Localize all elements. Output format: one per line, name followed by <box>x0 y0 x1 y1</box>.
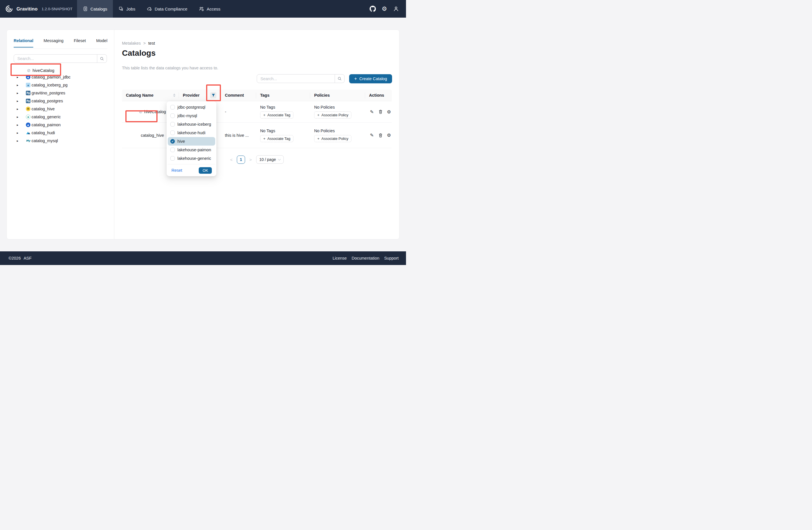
checkbox-checked[interactable]: ✓ <box>170 139 175 144</box>
user-icon[interactable] <box>393 6 399 12</box>
expand-caret-icon[interactable]: ▸ <box>17 131 20 135</box>
main-card: Relational Messaging Fileset Model Searc… <box>6 30 400 240</box>
breadcrumb-current[interactable]: test <box>148 41 155 45</box>
paimon-icon: ▶ <box>26 123 30 127</box>
page-size-select[interactable]: 10 / page <box>256 155 284 164</box>
page-footer: ©2026 ASF License Documentation Support <box>0 252 406 265</box>
settings-gear-icon[interactable]: ⚙ <box>387 133 392 138</box>
expand-caret-icon[interactable]: ▸ <box>17 115 20 119</box>
tree-item-gravitino-postgres[interactable]: ▸ Pg gravitino_postgres <box>7 89 114 97</box>
sidebar-tabs: Relational Messaging Fileset Model <box>14 38 107 47</box>
column-catalog-name: Catalog Name <box>122 89 179 101</box>
tree-item-catalog-iceberg-pg[interactable]: ▸ ▲ catalog_iceberg_pg <box>7 81 114 89</box>
expand-caret-icon[interactable]: ▸ <box>17 75 20 79</box>
checkbox-unchecked[interactable] <box>170 105 175 110</box>
footer-link-documentation[interactable]: Documentation <box>352 256 379 260</box>
postgres-icon: Pg <box>26 91 30 95</box>
gravitino-logo-icon <box>5 5 13 13</box>
pagination: < 1 > 10 / page <box>122 155 392 164</box>
comment-cell: - <box>221 101 256 122</box>
tree-item-label: catalog_mysql <box>31 139 58 143</box>
tags-cell: No Tags + Associate Tag <box>256 123 310 148</box>
catalog-sidebar: Relational Messaging Fileset Model Searc… <box>7 30 114 239</box>
tree-item-catalog-hudi[interactable]: ▸ catalog_hudi <box>7 129 114 137</box>
checkbox-unchecked[interactable] <box>170 113 175 118</box>
nav-tab-label: Data Compliance <box>155 6 187 11</box>
expand-caret-icon[interactable]: ▸ <box>17 91 20 95</box>
checkbox-unchecked[interactable] <box>170 122 175 127</box>
settings-gear-icon[interactable]: ⚙ <box>381 6 388 12</box>
filter-reset-button[interactable]: Reset <box>171 168 182 173</box>
tab-fileset[interactable]: Fileset <box>74 38 86 47</box>
tree-item-catalog-paimon[interactable]: ▸ ▶ catalog_paimon <box>7 121 114 129</box>
column-actions: Actions <box>365 89 392 101</box>
brand-home-link[interactable]: Gravitino 1.2.0-SNAPSHOT <box>0 5 72 13</box>
tree-item-catalog-mysql[interactable]: ▸ My catalog_mysql <box>7 137 114 145</box>
create-catalog-button[interactable]: + Create Catalog <box>349 74 392 83</box>
breadcrumb-metalakes[interactable]: Metalakes <box>122 41 141 45</box>
tree-item-catalog-hive[interactable]: ▸ H catalog_hive <box>7 105 114 113</box>
settings-gear-icon[interactable]: ⚙ <box>387 110 392 114</box>
filter-option-lakehouse-iceberg[interactable]: lakehouse-iceberg <box>168 120 215 129</box>
checkbox-unchecked[interactable] <box>170 130 175 135</box>
edit-pencil-icon[interactable]: ✎ <box>369 133 375 138</box>
associate-tag-button[interactable]: + Associate Tag <box>260 112 293 118</box>
nav-tab-access[interactable]: Access <box>193 0 226 18</box>
plus-icon: + <box>317 137 320 141</box>
tree-item-label: catalog_iceberg_pg <box>31 83 68 87</box>
nav-tab-jobs[interactable]: Jobs <box>113 0 141 18</box>
prev-page-icon[interactable]: < <box>230 157 233 162</box>
nav-tab-catalogs[interactable]: Catalogs <box>77 0 113 18</box>
expand-caret-icon[interactable]: ▸ <box>17 123 20 127</box>
jobs-icon <box>119 6 124 11</box>
checkbox-unchecked[interactable] <box>170 156 175 161</box>
sidebar-search: Search... <box>14 54 107 63</box>
nav-tabs: Catalogs Jobs <box>77 0 226 18</box>
filter-option-lakehouse-generic[interactable]: lakehouse-generic <box>168 154 215 163</box>
nav-tab-data-compliance[interactable]: Data Compliance <box>141 0 193 18</box>
brand-name: Gravitino <box>16 6 38 12</box>
sidebar-search-button[interactable] <box>97 55 106 62</box>
provider-filter-icon[interactable] <box>210 92 216 98</box>
filter-option-lakehouse-hudi[interactable]: lakehouse-hudi <box>168 129 215 137</box>
footer-link-license[interactable]: License <box>333 256 347 260</box>
expand-caret-icon[interactable]: ▸ <box>17 139 20 143</box>
page-number[interactable]: 1 <box>237 156 245 164</box>
catalog-name: hiveCatalog <box>144 110 166 114</box>
copyright-year: ©2026 <box>9 256 21 260</box>
tab-messaging[interactable]: Messaging <box>44 38 63 47</box>
tab-model[interactable]: Model <box>96 38 107 47</box>
tree-item-catalog-paimon-jdbc[interactable]: ▸ ▶ catalog_paimon_jdbc <box>7 73 114 81</box>
filter-option-hive[interactable]: ✓ hive <box>168 137 215 146</box>
filter-option-lakehouse-paimon[interactable]: lakehouse-paimon <box>168 146 215 154</box>
column-comment: Comment <box>221 89 256 101</box>
filter-ok-button[interactable]: OK <box>199 167 212 174</box>
actions-cell: ✎ ⚙ <box>365 123 392 148</box>
github-icon[interactable] <box>369 6 376 12</box>
edit-pencil-icon[interactable]: ✎ <box>369 110 375 114</box>
associate-policy-button[interactable]: + Associate Policy <box>314 112 351 118</box>
delete-trash-icon[interactable] <box>378 110 383 114</box>
expand-caret-icon[interactable]: ▸ <box>17 99 20 103</box>
delete-trash-icon[interactable] <box>378 133 383 138</box>
expand-caret-icon[interactable]: ▸ <box>17 83 20 87</box>
tree-item-catalog-generic[interactable]: ▸ ◆ catalog_generic <box>7 113 114 121</box>
chevron-down-icon <box>278 158 281 161</box>
tree-item-label: catalog_paimon_jdbc <box>31 75 71 79</box>
associate-tag-button[interactable]: + Associate Tag <box>260 135 293 142</box>
filter-option-jdbc-mysql[interactable]: jdbc-mysql <box>168 112 215 120</box>
checkbox-unchecked[interactable] <box>170 147 175 152</box>
tab-relational[interactable]: Relational <box>14 38 33 47</box>
associate-policy-button[interactable]: + Associate Policy <box>314 135 351 142</box>
nav-tab-label: Jobs <box>126 6 135 11</box>
expand-caret-icon[interactable]: ▸ <box>17 107 20 111</box>
table-search-input[interactable]: Search... <box>257 76 335 81</box>
sidebar-search-input[interactable]: Search... <box>14 56 97 61</box>
filter-option-jdbc-postgresql[interactable]: jdbc-postgresql <box>168 103 215 112</box>
tree-item-catalog-postgres[interactable]: ▸ Pg catalog_postgres <box>7 97 114 105</box>
sort-icon[interactable] <box>173 94 175 97</box>
footer-link-support[interactable]: Support <box>384 256 398 260</box>
next-page-icon[interactable]: > <box>249 157 252 162</box>
column-policies: Policies <box>310 89 365 101</box>
table-search-button[interactable] <box>335 74 344 83</box>
